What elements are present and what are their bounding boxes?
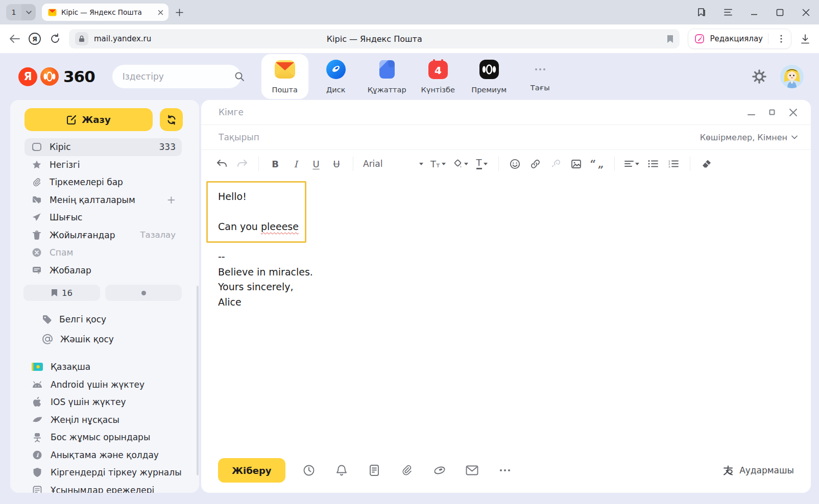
emoji-icon[interactable] bbox=[506, 155, 524, 173]
browser-menu-icon[interactable] bbox=[724, 9, 732, 16]
option-label: Белгі қосу bbox=[59, 314, 106, 324]
folder-drafts[interactable]: Жобалар bbox=[25, 262, 182, 280]
folder-sent[interactable]: Шығыс bbox=[25, 209, 182, 226]
service-docs[interactable]: Құжаттар bbox=[364, 54, 411, 99]
cc-from-label: Көшірмелер, Кімнен bbox=[700, 133, 787, 142]
compose-close-icon[interactable] bbox=[789, 108, 798, 117]
message-body-editor[interactable]: Hello! Can you pleeese -- Believe in mir… bbox=[201, 178, 811, 448]
undo-icon[interactable] bbox=[212, 155, 231, 173]
notify-icon[interactable] bbox=[325, 464, 358, 476]
add-mailbox-item[interactable]: Жәшік қосу bbox=[42, 329, 182, 349]
compose-button[interactable]: Жазу bbox=[25, 108, 153, 131]
search-icon[interactable] bbox=[234, 71, 245, 82]
language-item[interactable]: Қазақша bbox=[25, 358, 182, 376]
body-line: Hello! bbox=[218, 189, 313, 205]
redo-icon[interactable] bbox=[233, 155, 251, 173]
template-icon[interactable] bbox=[358, 464, 391, 476]
bold-button[interactable]: B bbox=[266, 155, 284, 173]
edit-mode-button[interactable]: Редакциялау bbox=[688, 29, 791, 49]
window-maximize-button[interactable] bbox=[776, 9, 784, 16]
service-calendar[interactable]: 4 Күнтізбе bbox=[415, 54, 462, 99]
attach-file-icon[interactable] bbox=[391, 464, 423, 476]
attach-from-disk-icon[interactable] bbox=[423, 465, 456, 476]
align-icon[interactable] bbox=[622, 155, 642, 173]
compose-restore-icon[interactable] bbox=[769, 109, 775, 115]
add-label-item[interactable]: Белгі қосу bbox=[42, 309, 182, 329]
yandex-360-logo[interactable]: Я 360 bbox=[18, 67, 95, 86]
lock-icon[interactable] bbox=[75, 32, 88, 45]
ios-download-item[interactable]: IOS үшін жүктеу bbox=[25, 393, 182, 411]
send-button[interactable]: Жіберу bbox=[218, 458, 285, 483]
more-actions-icon[interactable] bbox=[489, 469, 521, 472]
edit-more-icon[interactable] bbox=[774, 35, 789, 43]
text-color-select[interactable]: T bbox=[473, 155, 491, 173]
eraser-icon[interactable] bbox=[697, 155, 716, 173]
login-journal-item[interactable]: Кіргендерді тіркеу журналы bbox=[25, 464, 182, 482]
font-family-select[interactable]: Arial bbox=[360, 155, 426, 173]
paperclip-icon bbox=[32, 177, 42, 187]
folder-important[interactable]: Негізгі bbox=[25, 156, 182, 174]
search-input[interactable] bbox=[123, 71, 234, 82]
bookmark-icon bbox=[51, 289, 58, 297]
folder-trash[interactable]: Жойылғандар Тазалау bbox=[25, 226, 182, 244]
back-icon[interactable] bbox=[9, 34, 20, 43]
schedule-send-icon[interactable] bbox=[293, 464, 325, 476]
tab-list-chevron-icon[interactable] bbox=[21, 4, 36, 20]
highlight-color-select[interactable] bbox=[450, 155, 471, 173]
underline-button[interactable]: U bbox=[307, 155, 325, 173]
cc-from-toggle[interactable]: Көшірмелер, Кімнен bbox=[700, 133, 798, 142]
remove-link-icon[interactable] bbox=[547, 155, 565, 173]
italic-button[interactable]: I bbox=[286, 155, 305, 173]
dot-label-pill[interactable] bbox=[105, 285, 182, 301]
tab-close-icon[interactable] bbox=[158, 10, 163, 15]
folder-label: Тіркемелері бар bbox=[50, 177, 123, 187]
reload-icon[interactable] bbox=[50, 33, 61, 44]
clear-trash-button[interactable]: Тазалау bbox=[140, 230, 176, 240]
attach-from-mail-icon[interactable] bbox=[456, 465, 489, 475]
vacancies-item[interactable]: Бос жұмыс орындары bbox=[25, 429, 182, 446]
downloads-icon[interactable] bbox=[801, 34, 810, 44]
bullet-list-icon[interactable] bbox=[644, 155, 662, 173]
window-minimize-button[interactable] bbox=[751, 9, 758, 16]
header-search[interactable] bbox=[112, 65, 241, 88]
address-bar[interactable]: mail.yandex.ru Кіріс — Яндекс Пошта bbox=[69, 29, 680, 48]
folder-inbox[interactable]: Кіріс 333 bbox=[25, 138, 182, 156]
panels-icon[interactable] bbox=[696, 7, 706, 17]
bookmark-flag-icon[interactable] bbox=[667, 35, 673, 43]
add-folder-button[interactable]: + bbox=[166, 194, 176, 206]
compose-minimize-icon[interactable] bbox=[748, 109, 755, 116]
yandex-browser-icon[interactable]: Я bbox=[28, 32, 41, 45]
folder-my-folders[interactable]: Менің қалталарым + bbox=[25, 191, 182, 209]
user-avatar[interactable] bbox=[780, 65, 804, 88]
mail-sidebar: Жазу Кіріс 333 bbox=[10, 100, 199, 493]
recommendation-rules-item[interactable]: Ұсынымдар ережелері bbox=[25, 482, 182, 493]
window-close-button[interactable] bbox=[802, 9, 810, 16]
light-version-item[interactable]: Жеңіл нұсқасы bbox=[25, 411, 182, 429]
at-icon bbox=[42, 334, 53, 345]
strikethrough-button[interactable]: U bbox=[327, 155, 346, 173]
info-icon: i bbox=[32, 450, 43, 460]
numbered-list-icon[interactable]: 123 bbox=[664, 155, 683, 173]
blockquote-icon[interactable]: “„ bbox=[588, 155, 607, 173]
font-size-select[interactable]: Tт bbox=[428, 155, 448, 173]
refresh-button[interactable] bbox=[160, 108, 183, 131]
help-support-item[interactable]: i Анықтама және қолдау bbox=[25, 446, 182, 464]
insert-image-icon[interactable] bbox=[567, 155, 586, 173]
settings-gear-icon[interactable] bbox=[752, 69, 767, 84]
android-download-item[interactable]: Android үшін жүктеу bbox=[25, 376, 182, 394]
tab-counter[interactable]: 1 bbox=[6, 4, 36, 20]
to-input[interactable] bbox=[219, 107, 748, 117]
folder-spam[interactable]: Спам bbox=[25, 244, 182, 262]
translator-button[interactable]: Аудармашы bbox=[722, 464, 794, 476]
browser-tab-active[interactable]: Кіріс — Яндекс Пошта bbox=[42, 4, 168, 21]
service-more[interactable]: Тағы bbox=[517, 54, 564, 97]
insert-link-icon[interactable] bbox=[526, 155, 545, 173]
subject-input[interactable] bbox=[219, 132, 700, 142]
service-mail[interactable]: Пошта bbox=[261, 54, 308, 99]
new-tab-button[interactable] bbox=[176, 9, 183, 16]
sidebar-scrollbar[interactable] bbox=[197, 286, 199, 475]
service-disk[interactable]: Диск bbox=[312, 54, 359, 99]
bookmarks-pill[interactable]: 16 bbox=[23, 285, 100, 301]
folder-with-attachments[interactable]: Тіркемелері бар bbox=[25, 173, 182, 191]
service-premium[interactable]: Премиум bbox=[466, 54, 513, 99]
